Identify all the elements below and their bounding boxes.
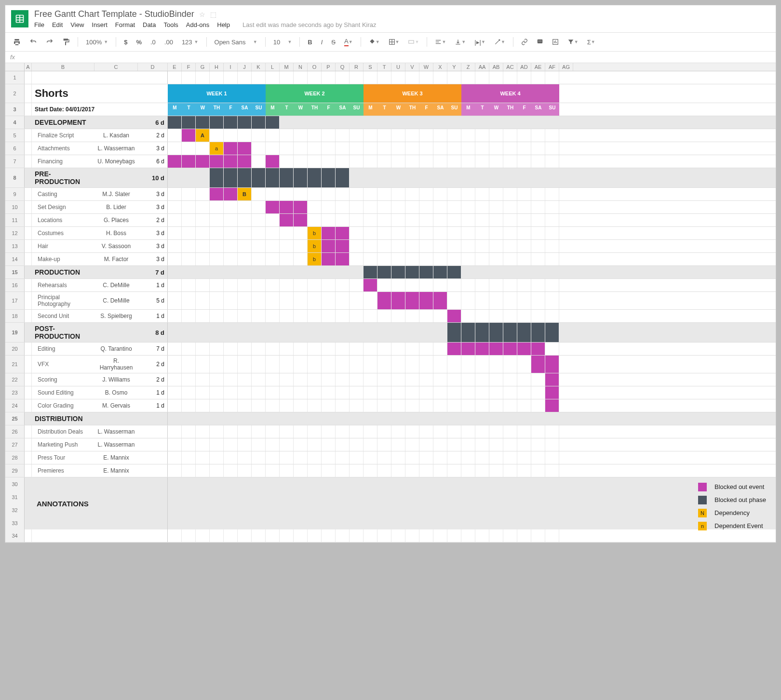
day-cell[interactable]: [475, 310, 489, 322]
column-header[interactable]: K: [252, 63, 266, 71]
day-cell[interactable]: [294, 71, 308, 84]
day-cell[interactable]: [503, 142, 517, 155]
day-cell[interactable]: [266, 279, 280, 291]
day-cell[interactable]: a: [210, 142, 224, 155]
day-cell[interactable]: [280, 214, 294, 226]
day-cell[interactable]: [517, 412, 531, 425]
menu-tools[interactable]: Tools: [163, 21, 178, 28]
day-cell[interactable]: [238, 116, 252, 129]
day-cell[interactable]: [308, 310, 322, 322]
day-cell[interactable]: [266, 266, 280, 278]
day-cell[interactable]: [419, 214, 433, 226]
day-cell[interactable]: [419, 129, 433, 142]
day-cell[interactable]: [210, 201, 224, 213]
day-cell[interactable]: [545, 451, 559, 464]
day-cell[interactable]: [294, 227, 308, 239]
task-name[interactable]: Marketing Push: [32, 438, 94, 451]
row-number[interactable]: 15: [5, 266, 25, 278]
day-cell[interactable]: [210, 425, 224, 438]
day-cell[interactable]: [517, 142, 531, 155]
day-cell[interactable]: [308, 116, 322, 129]
day-cell[interactable]: [447, 227, 461, 239]
day-cell[interactable]: [419, 168, 433, 187]
day-cell[interactable]: [322, 214, 336, 226]
column-header[interactable]: V: [405, 63, 419, 71]
day-cell[interactable]: [182, 451, 196, 464]
day-cell[interactable]: [531, 227, 545, 239]
day-cell[interactable]: [336, 129, 350, 142]
day-cell[interactable]: [238, 142, 252, 155]
day-cell[interactable]: [210, 279, 224, 291]
task-name[interactable]: PRE-PRODUCTION: [32, 168, 94, 187]
day-cell[interactable]: [350, 451, 364, 464]
day-cell[interactable]: [280, 464, 294, 477]
day-cell[interactable]: [433, 451, 447, 464]
task-owner[interactable]: [94, 266, 138, 278]
day-cell[interactable]: [280, 227, 294, 239]
day-cell[interactable]: [391, 438, 405, 451]
redo-icon[interactable]: [43, 36, 56, 48]
row-number[interactable]: 1: [5, 71, 25, 84]
day-cell[interactable]: [475, 266, 489, 278]
day-cell[interactable]: [447, 292, 461, 309]
row-number[interactable]: 9: [5, 188, 25, 200]
day-cell[interactable]: [531, 412, 545, 425]
day-cell[interactable]: [238, 155, 252, 168]
horizontal-align-icon[interactable]: ▼: [432, 37, 449, 47]
day-cell[interactable]: [350, 201, 364, 213]
day-cell[interactable]: [196, 266, 210, 278]
day-cell[interactable]: [433, 343, 447, 355]
day-cell[interactable]: [252, 343, 266, 355]
day-cell[interactable]: [252, 399, 266, 412]
day-cell[interactable]: [377, 412, 391, 425]
column-header[interactable]: Z: [461, 63, 475, 71]
column-header[interactable]: I: [224, 63, 238, 71]
day-cell[interactable]: [280, 310, 294, 322]
day-cell[interactable]: [433, 399, 447, 412]
day-cell[interactable]: [308, 438, 322, 451]
day-cell[interactable]: [224, 71, 238, 84]
day-cell[interactable]: [433, 155, 447, 168]
day-cell[interactable]: [252, 266, 266, 278]
column-header[interactable]: F: [182, 63, 196, 71]
task-duration[interactable]: 8 d: [138, 323, 168, 342]
insert-link-icon[interactable]: [518, 37, 531, 47]
day-cell[interactable]: [168, 464, 182, 477]
row-number[interactable]: 5: [5, 129, 25, 142]
day-cell[interactable]: [489, 323, 503, 342]
row-number[interactable]: 23: [5, 386, 25, 399]
day-cell[interactable]: [475, 279, 489, 291]
day-cell[interactable]: [475, 292, 489, 309]
day-cell[interactable]: [196, 438, 210, 451]
day-cell[interactable]: [475, 464, 489, 477]
day-cell[interactable]: [238, 168, 252, 187]
day-cell[interactable]: [196, 240, 210, 252]
day-cell[interactable]: [322, 310, 336, 322]
row-number[interactable]: 7: [5, 155, 25, 168]
day-cell[interactable]: [503, 227, 517, 239]
day-cell[interactable]: [350, 310, 364, 322]
day-cell[interactable]: [475, 201, 489, 213]
day-cell[interactable]: [364, 129, 377, 142]
day-cell[interactable]: [405, 310, 419, 322]
insert-chart-icon[interactable]: [549, 37, 562, 47]
day-cell[interactable]: [503, 240, 517, 252]
day-cell[interactable]: [517, 399, 531, 412]
day-cell[interactable]: [517, 71, 531, 84]
day-cell[interactable]: [168, 266, 182, 278]
day-cell[interactable]: [266, 142, 280, 155]
day-cell[interactable]: [224, 373, 238, 386]
row-number[interactable]: 29: [5, 464, 25, 477]
task-name[interactable]: Principal Photography: [32, 292, 94, 309]
task-name[interactable]: Financing: [32, 155, 94, 168]
day-cell[interactable]: [252, 168, 266, 187]
day-cell[interactable]: [545, 142, 559, 155]
day-cell[interactable]: [461, 438, 475, 451]
day-cell[interactable]: [517, 129, 531, 142]
day-cell[interactable]: [350, 116, 364, 129]
text-rotation-icon[interactable]: ▼: [491, 37, 508, 47]
day-cell[interactable]: [308, 266, 322, 278]
day-cell[interactable]: [336, 529, 350, 542]
day-cell[interactable]: [517, 451, 531, 464]
day-cell[interactable]: [433, 373, 447, 386]
